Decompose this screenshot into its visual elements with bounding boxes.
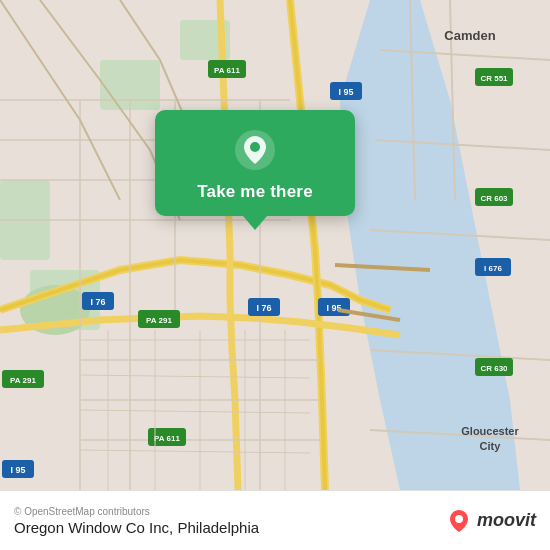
svg-text:I 76: I 76 [90, 297, 105, 307]
moovit-pin-icon [445, 507, 473, 535]
map-container: I 76 I 95 I 95 PA 611 PA 611 PA 291 PA 2… [0, 0, 550, 490]
svg-text:I 76: I 76 [256, 303, 271, 313]
svg-point-66 [455, 515, 463, 523]
moovit-text: moovit [477, 510, 536, 531]
location-pin-icon [233, 128, 277, 172]
svg-text:CR 630: CR 630 [480, 364, 508, 373]
svg-text:PA 611: PA 611 [214, 66, 240, 75]
svg-text:Camden: Camden [444, 28, 495, 43]
svg-text:I 95: I 95 [338, 87, 353, 97]
moovit-logo: moovit [445, 507, 536, 535]
svg-text:PA 291: PA 291 [10, 376, 36, 385]
take-me-there-label: Take me there [197, 182, 313, 202]
svg-text:CR 551: CR 551 [480, 74, 508, 83]
map-background: I 76 I 95 I 95 PA 611 PA 611 PA 291 PA 2… [0, 0, 550, 490]
svg-text:Gloucester: Gloucester [461, 425, 519, 437]
svg-point-65 [250, 142, 260, 152]
location-info: © OpenStreetMap contributors Oregon Wind… [14, 506, 259, 536]
svg-text:CR 603: CR 603 [480, 194, 508, 203]
svg-text:I 676: I 676 [484, 264, 502, 273]
bottom-bar: © OpenStreetMap contributors Oregon Wind… [0, 490, 550, 550]
svg-text:PA 291: PA 291 [146, 316, 172, 325]
location-name: Oregon Window Co Inc, Philadelphia [14, 519, 259, 536]
svg-text:PA 611: PA 611 [154, 434, 180, 443]
svg-text:I 95: I 95 [10, 465, 25, 475]
popup-card[interactable]: Take me there [155, 110, 355, 216]
osm-attribution: © OpenStreetMap contributors [14, 506, 259, 517]
svg-text:City: City [480, 440, 502, 452]
